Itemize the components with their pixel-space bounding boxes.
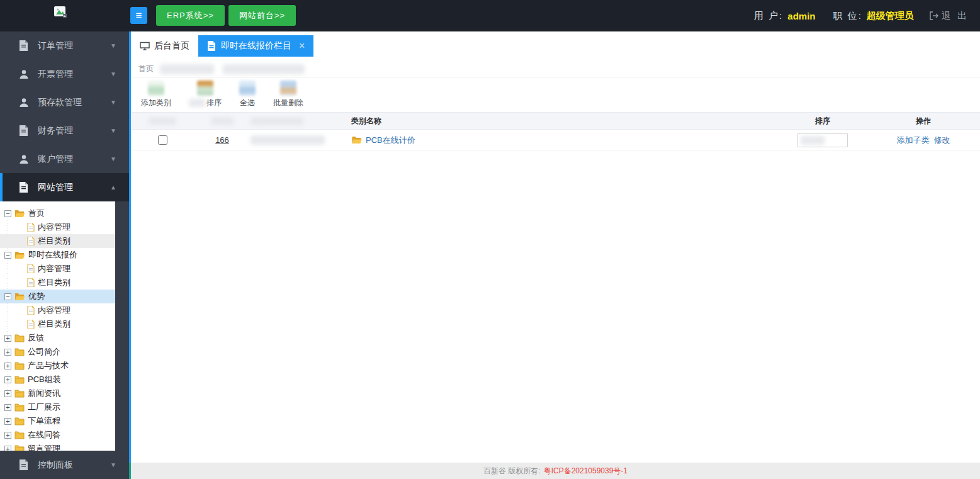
expand-plus-icon[interactable]: + [4, 418, 11, 425]
expand-plus-icon[interactable]: + [4, 349, 11, 356]
table-header-checkbox [131, 117, 194, 125]
user-icon [19, 69, 30, 79]
collapse-minus-icon[interactable]: − [4, 252, 11, 259]
tree-item-home-category[interactable]: 栏目类别 [0, 234, 115, 248]
expand-plus-icon[interactable]: + [4, 335, 11, 342]
sidebar-item-account-management[interactable]: 账户管理 ▼ [0, 145, 129, 173]
sidebar-item-invoice-management[interactable]: 开票管理 ▼ [0, 60, 129, 88]
folder-icon [14, 403, 25, 412]
redaction [149, 117, 176, 125]
table-header-id [194, 117, 251, 125]
tree-item-feedback[interactable]: + 反馈 [0, 331, 115, 345]
tree-item-label: 下单流程 [28, 415, 60, 427]
tree-item-label: 首页 [28, 208, 45, 219]
expand-plus-icon[interactable]: + [4, 363, 11, 369]
tree-item-label: 栏目类别 [38, 318, 70, 330]
sidebar-item-order-management[interactable]: 订单管理 ▼ [0, 31, 129, 60]
toolbar-button-label: 排序 [206, 98, 222, 108]
add-subcategory-link[interactable]: 添加子类 [897, 135, 930, 146]
site-frontend-button[interactable]: 网站前台>> [228, 5, 296, 26]
footer: 百新谷 版权所有: 粤ICP备2021059039号-1 [129, 463, 980, 479]
chevron-down-icon: ▼ [110, 155, 116, 162]
sidebar-item-label: 账户管理 [38, 154, 73, 165]
sidebar-item-website-management[interactable]: 网站管理 ▲ [0, 173, 129, 201]
tree-item-online-quote[interactable]: − 即时在线报价 [0, 248, 115, 262]
batch-delete-button[interactable]: 批量删除 [273, 79, 303, 108]
folder-open-icon [14, 293, 25, 301]
folder-open-icon [14, 251, 25, 259]
tree-item-factory-show[interactable]: + 工厂展示 [0, 400, 115, 414]
close-icon[interactable]: × [299, 40, 305, 52]
tree-item-advantage-category[interactable]: 栏目类别 [0, 317, 115, 331]
logout-button[interactable]: 退 出 [929, 10, 969, 22]
expand-plus-icon[interactable]: + [4, 404, 11, 411]
expand-plus-icon[interactable]: + [4, 446, 11, 451]
redaction [189, 99, 205, 107]
row-checkbox[interactable] [158, 135, 167, 145]
modify-link[interactable]: 修改 [934, 135, 950, 146]
select-all-button[interactable]: 全选 [239, 79, 256, 108]
category-id-link[interactable]: 166 [215, 135, 229, 145]
redaction [251, 117, 303, 125]
page-icon [27, 237, 35, 245]
folder-open-icon [351, 136, 363, 144]
main-content: 后台首页 即时在线报价栏目 × 首页 添加类别 排序 [129, 31, 980, 479]
folder-icon [14, 334, 25, 342]
save-sort-button[interactable]: 排序 [189, 79, 222, 108]
tree-item-products-tech[interactable]: + 产品与技术 [0, 359, 115, 373]
sidebar-item-label: 网站管理 [38, 182, 73, 193]
tree-item-label: 内容管理 [38, 263, 70, 274]
tree-item-label: 反馈 [28, 332, 44, 344]
tree-item-advantage-content[interactable]: 内容管理 [0, 303, 115, 317]
document-icon [19, 125, 30, 136]
sidebar-item-finance-management[interactable]: 财务管理 ▼ [0, 116, 129, 145]
tree-item-online-qa[interactable]: + 在线问答 [0, 428, 115, 442]
tree-item-order-process[interactable]: + 下单流程 [0, 414, 115, 428]
tab-bar: 后台首页 即时在线报价栏目 × [131, 35, 313, 57]
tree-item-quote-content[interactable]: 内容管理 [0, 262, 115, 276]
tab-backstage-home[interactable]: 后台首页 [131, 35, 198, 57]
expand-plus-icon[interactable]: + [4, 432, 11, 439]
monitor-icon [140, 42, 150, 50]
expand-plus-icon[interactable]: + [4, 390, 11, 397]
copyright-text: 百新谷 版权所有: [483, 466, 541, 476]
toolbar-button-label: 批量删除 [273, 98, 303, 108]
tab-label: 即时在线报价栏目 [221, 40, 291, 52]
chevron-down-icon: ▼ [110, 70, 116, 77]
tree-item-advantage[interactable]: − 优势 [0, 290, 115, 303]
tree-item-label: 内容管理 [38, 305, 70, 316]
chevron-up-icon: ▲ [110, 184, 116, 191]
tree-item-news[interactable]: + 新闻资讯 [0, 386, 115, 400]
tree-item-home[interactable]: − 首页 [0, 206, 115, 220]
tree-item-label: 栏目类别 [38, 235, 70, 247]
tree-item-company-profile[interactable]: + 公司简介 [0, 345, 115, 359]
expand-plus-icon[interactable]: + [4, 376, 11, 383]
erp-system-button[interactable]: ERP系统>> [156, 5, 225, 26]
table-header-path [251, 117, 351, 125]
top-bar: ≡ ERP系统>> 网站前台>> 用 户: admin 职 位: 超级管理员 退… [0, 0, 980, 31]
folder-open-icon [14, 210, 25, 218]
collapse-minus-icon[interactable]: − [4, 293, 11, 300]
table-header-row: 类别名称 排序 操作 [131, 112, 980, 130]
collapse-minus-icon[interactable]: − [4, 210, 11, 217]
tree-item-pcb-assembly[interactable]: + PCB组装 [0, 373, 115, 386]
category-name-link[interactable]: PCB在线计价 [366, 135, 415, 146]
sidebar-item-control-panel[interactable]: 控制面板 ▼ [0, 451, 129, 479]
table-header-action: 操作 [867, 116, 980, 127]
chevron-down-icon: ▼ [110, 42, 116, 49]
tree-item-home-content[interactable]: 内容管理 [0, 220, 115, 234]
icp-license-link[interactable]: 粤ICP备2021059039号-1 [544, 466, 628, 476]
tree-item-message-management[interactable]: + 留言管理 [0, 442, 115, 451]
menu-toggle-button[interactable]: ≡ [130, 7, 147, 24]
role-label: 职 位: [833, 10, 862, 22]
tree-item-label: 产品与技术 [28, 360, 69, 371]
user-label: 用 户: [754, 10, 783, 22]
sort-order-input[interactable] [797, 133, 848, 147]
sidebar-item-label: 控制面板 [38, 459, 73, 471]
tab-online-quote-category[interactable]: 即时在线报价栏目 × [198, 35, 313, 57]
tree-item-label: 新闻资讯 [28, 388, 60, 399]
sidebar-item-deposit-management[interactable]: 预存款管理 ▼ [0, 88, 129, 116]
add-category-button[interactable]: 添加类别 [141, 79, 171, 108]
tree-item-quote-category[interactable]: 栏目类别 [0, 276, 115, 290]
select-all-icon [239, 81, 256, 96]
